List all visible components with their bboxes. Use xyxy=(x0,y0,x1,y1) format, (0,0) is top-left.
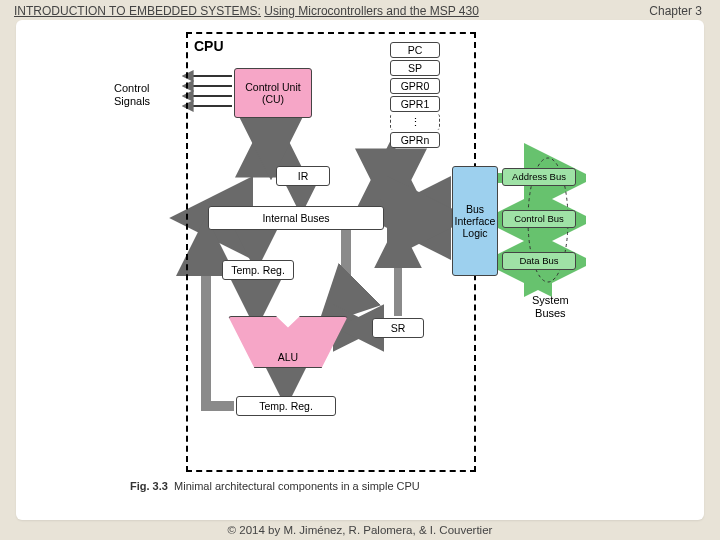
label-control-bus: Control Bus xyxy=(502,210,576,228)
block-sr: SR xyxy=(372,318,424,338)
page-footer: © 2014 by M. Jiménez, R. Palomera, & I. … xyxy=(0,524,720,536)
cpu-diagram: CPU Control Signals Control Unit (CU) PC… xyxy=(136,28,586,478)
sys-buses-l1: System xyxy=(532,294,569,307)
block-temp-reg-bottom: Temp. Reg. xyxy=(236,396,336,416)
title-sub: Using Microcontrollers and the MSP 430 xyxy=(264,4,479,18)
reg-gpr0: GPR0 xyxy=(390,78,440,94)
figure-caption: Fig. 3.3 Minimal architectural component… xyxy=(130,480,420,492)
cpu-label: CPU xyxy=(194,38,224,54)
page-header: INTRODUCTION TO EMBEDDED SYSTEMS: Using … xyxy=(14,4,479,18)
block-ir: IR xyxy=(276,166,330,186)
label-system-buses: System Buses xyxy=(532,294,569,320)
sys-buses-l2: Buses xyxy=(532,307,569,320)
cu-l2: (CU) xyxy=(245,93,300,105)
bif-l1: Bus xyxy=(455,203,496,215)
block-bus-interface: Bus Interface Logic xyxy=(452,166,498,276)
reg-sp: SP xyxy=(390,60,440,76)
bif-l2: Interface xyxy=(455,215,496,227)
block-internal-buses: Internal Buses xyxy=(208,206,384,230)
control-signals-l1: Control xyxy=(114,82,150,95)
label-address-bus: Address Bus xyxy=(502,168,576,186)
label-data-bus: Data Bus xyxy=(502,252,576,270)
control-signals-label: Control Signals xyxy=(114,82,150,108)
reg-ellipsis: ⋮ xyxy=(390,114,440,130)
control-signals-l2: Signals xyxy=(114,95,150,108)
reg-pc: PC xyxy=(390,42,440,58)
fig-number: Fig. 3.3 xyxy=(130,480,168,492)
fig-text: Minimal architectural components in a si… xyxy=(174,480,420,492)
reg-gpr1: GPR1 xyxy=(390,96,440,112)
slide-stage: CPU Control Signals Control Unit (CU) PC… xyxy=(16,20,704,520)
block-temp-reg-top: Temp. Reg. xyxy=(222,260,294,280)
block-control-unit: Control Unit (CU) xyxy=(234,68,312,118)
title-main: INTRODUCTION TO EMBEDDED SYSTEMS: xyxy=(14,4,261,18)
chapter-label: Chapter 3 xyxy=(649,4,702,18)
cu-l1: Control Unit xyxy=(245,81,300,93)
reg-gprn: GPRn xyxy=(390,132,440,148)
bif-l3: Logic xyxy=(455,227,496,239)
